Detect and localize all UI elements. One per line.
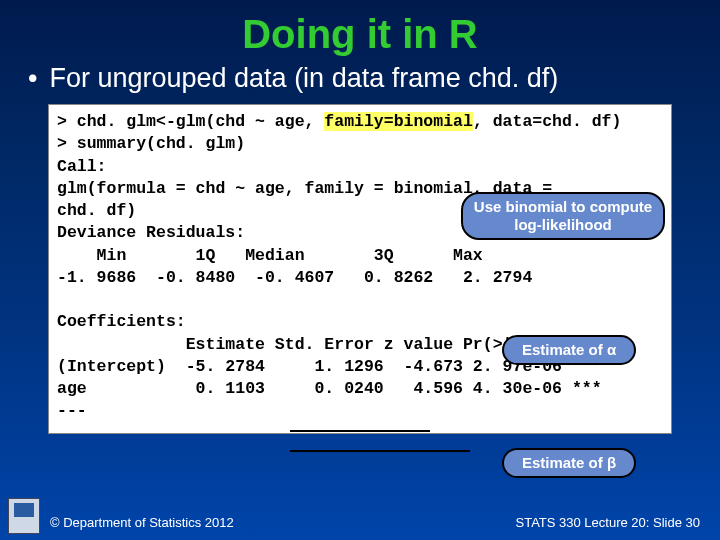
bullet-icon: • bbox=[28, 63, 37, 94]
code-block: > chd. glm<-glm(chd ~ age, family=binomi… bbox=[48, 104, 672, 434]
highlighted-code: family=binomial bbox=[324, 112, 473, 131]
callout-beta: Estimate of β bbox=[502, 448, 636, 478]
bullet-text: For ungrouped data (in data frame chd. d… bbox=[49, 63, 558, 93]
callout-binomial: Use binomial to computelog-likelihood bbox=[461, 192, 665, 240]
slide-number: STATS 330 Lecture 20: Slide 30 bbox=[515, 515, 700, 530]
footer: © Department of Statistics 2012 STATS 33… bbox=[50, 515, 700, 530]
connector-line bbox=[290, 450, 470, 452]
university-logo bbox=[8, 498, 40, 534]
slide-title: Doing it in R bbox=[0, 0, 720, 63]
bullet-row: •For ungrouped data (in data frame chd. … bbox=[0, 63, 720, 104]
copyright-text: © Department of Statistics 2012 bbox=[50, 515, 234, 530]
callout-alpha: Estimate of α bbox=[502, 335, 636, 365]
connector-line bbox=[290, 430, 430, 432]
